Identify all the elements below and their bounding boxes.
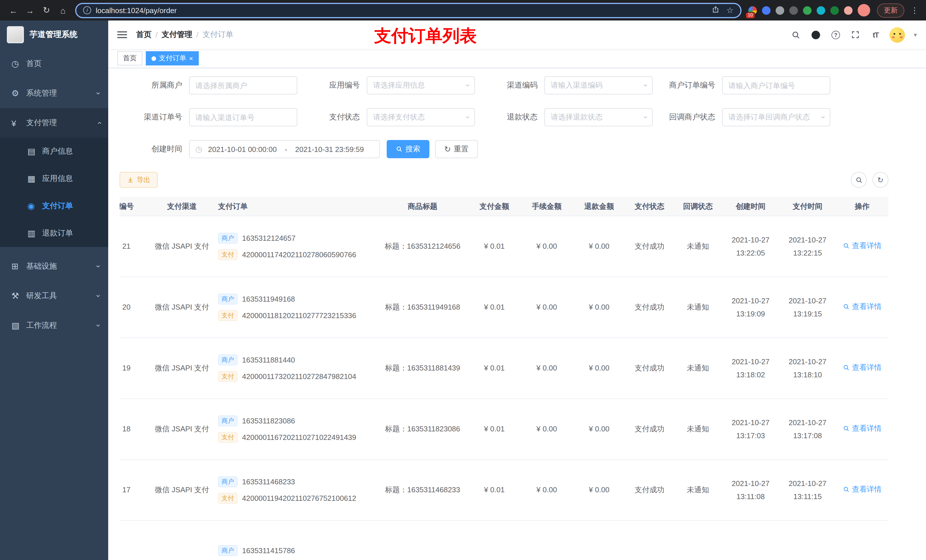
breadcrumb: 首页 / 支付管理 / 支付订单 [136, 30, 233, 40]
font-size-icon[interactable]: tT [870, 29, 881, 41]
breadcrumb-pay-manage[interactable]: 支付管理 [162, 30, 192, 40]
reset-button[interactable]: ↻重置 [435, 140, 478, 158]
close-icon[interactable]: × [189, 55, 193, 62]
filter-select[interactable]: 请选择退款状态 › [545, 108, 653, 126]
date-end: 2021-10-31 23:59:59 [295, 145, 364, 153]
cell-action: 查看详情 [836, 361, 888, 375]
extension-blue-icon[interactable] [762, 6, 770, 15]
user-avatar[interactable] [890, 27, 905, 42]
cell-pay-amount: ¥ 0.01 [468, 362, 520, 375]
navbar-actions: ? tT ▾ [790, 27, 917, 42]
filter-select[interactable]: 请选择应用信息 › [367, 76, 475, 95]
filter-select[interactable]: 请输入渠道编码 › [545, 76, 653, 95]
column-header-11: 支付时间 [779, 201, 836, 211]
site-info-icon[interactable]: i [83, 6, 91, 14]
search-button[interactable]: 搜索 [387, 140, 430, 158]
sidebar-item-system[interactable]: ⚙ 系统管理 › [0, 78, 108, 108]
cell-title: 标题：1635311823086 [377, 423, 468, 436]
extension-darkgreen-icon[interactable] [830, 6, 839, 15]
filter-row-3: 创建时间 ◷ 2021-10-01 00:00:00 - 2021-10-31 … [120, 140, 915, 158]
fullscreen-icon[interactable] [850, 29, 861, 41]
filter-input[interactable] [722, 76, 830, 95]
tab-pay-order[interactable]: 支付订单 × [146, 51, 199, 65]
cell-action: 查看详情 [836, 483, 888, 497]
refund-order-icon: ▥ [27, 228, 42, 238]
view-detail-link[interactable]: 查看详情 [843, 361, 882, 374]
bookmark-star-icon[interactable]: ☆ [726, 6, 734, 15]
toolbar-right: ↻ [851, 172, 888, 188]
logo-image [7, 26, 24, 43]
view-detail-link[interactable]: 查看详情 [843, 422, 882, 435]
view-detail-link[interactable]: 查看详情 [843, 239, 882, 253]
merchant-order-no: 1635311415786 [242, 546, 295, 555]
extension-green-icon[interactable] [803, 6, 811, 15]
view-detail-link[interactable]: 查看详情 [843, 300, 882, 314]
table-toolbar: 导出 ↻ [120, 172, 915, 188]
sidebar-item-app-info[interactable]: ▦ 应用信息 › [0, 165, 108, 192]
cell-pay-order: 商户1635312124657 支付4200001174202110278060… [215, 229, 377, 264]
toggle-search-button[interactable] [851, 172, 867, 188]
cell-create-time: 2021-10-27 13:22:05 [722, 233, 779, 260]
sidebar-item-pay[interactable]: ¥ 支付管理 › [0, 108, 108, 138]
table-body: 21 微信 JSAPI 支付 商户1635312124657 支付4200001… [120, 216, 888, 560]
chevron-icon: › [95, 294, 103, 297]
filter-input[interactable] [189, 76, 297, 95]
home-icon[interactable]: ⌂ [55, 3, 71, 18]
column-header-8: 支付状态 [625, 201, 674, 211]
channel-pay-no: 4200001194202110276752100612 [242, 494, 356, 502]
extension-pink-icon[interactable] [844, 6, 853, 15]
filter-select[interactable]: 请选择订单回调商户状态 › [722, 108, 830, 126]
sidebar-item-merchant-info[interactable]: ▤ 商户信息 › [0, 138, 108, 165]
sidebar-item-pay-order[interactable]: ◉ 支付订单 › [0, 192, 108, 220]
dashboard-icon: ◷ [11, 59, 26, 69]
table-header: 编号支付渠道支付订单商品标题支付金额手续金额退款金额支付状态回调状态创建时间支付… [120, 197, 888, 216]
date-range-input[interactable]: ◷ 2021-10-01 00:00:00 - 2021-10-31 23:59… [189, 140, 380, 158]
cell-pay-status: 支付成功 [625, 362, 674, 375]
tab-home[interactable]: 首页 × [117, 51, 142, 65]
chevron-down-icon: › [642, 84, 651, 86]
cell-create-time: 2021-10-27 13:11:08 [722, 477, 779, 503]
help-icon[interactable]: ? [830, 29, 841, 41]
app-logo[interactable]: 芋道管理系统 [0, 21, 108, 49]
extension-teal-icon[interactable] [817, 6, 825, 15]
cell-fee-amount: ¥ 0.00 [520, 301, 573, 314]
filter-select[interactable]: 请选择支付状态 › [367, 108, 475, 126]
browser-menu-icon[interactable]: ⋮ [909, 6, 920, 15]
breadcrumb-home[interactable]: 首页 [136, 30, 151, 40]
cell-pay-amount: ¥ 0.01 [468, 301, 520, 314]
profile-avatar[interactable] [858, 4, 870, 17]
share-icon[interactable] [712, 5, 720, 15]
chrome-update-button[interactable]: 更新 [877, 3, 904, 17]
hamburger-icon[interactable] [117, 34, 127, 35]
github-icon[interactable] [810, 29, 822, 41]
sidebar-item-dev-tools[interactable]: ⚒ 研发工具 › [0, 281, 108, 311]
filter-merchant-order-no: 商户订单编号 请输入商户订单编号 › [653, 76, 830, 95]
sidebar-item-label: 研发工具 [26, 291, 98, 301]
view-detail-link[interactable]: 查看详情 [843, 483, 882, 496]
pay-tag: 支付 [218, 371, 238, 382]
sidebar-item-infrastructure[interactable]: ⊞ 基础设施 › [0, 252, 108, 281]
sidebar-item-refund-order[interactable]: ▥ 退款订单 › [0, 220, 108, 247]
export-button[interactable]: 导出 [120, 172, 158, 188]
filter-label: 支付状态 [297, 112, 367, 122]
cell-fee-amount: ¥ 0.00 [520, 423, 573, 436]
extension-gray-icon[interactable] [776, 6, 784, 15]
filter-input[interactable] [189, 108, 297, 126]
cell-notify-status: 未通知 [674, 301, 722, 314]
extension-darkgray-icon[interactable] [789, 6, 798, 15]
cell-pay-channel: 微信 JSAPI 支付 [149, 423, 215, 436]
sidebar-item-label: 基础设施 [26, 261, 98, 272]
refresh-table-button[interactable]: ↻ [873, 172, 888, 188]
chevron-down-icon: › [819, 116, 828, 118]
url-text: localhost:1024/pay/order [96, 6, 177, 15]
reload-icon[interactable]: ↻ [39, 3, 54, 18]
sidebar-item-workflow[interactable]: ▧ 工作流程 › [0, 311, 108, 340]
back-icon[interactable]: ← [6, 3, 21, 18]
cell-fee-amount: ¥ 0.00 [520, 240, 573, 253]
chevron-down-icon: › [464, 84, 473, 86]
search-icon[interactable] [790, 29, 802, 41]
sidebar-item-home[interactable]: ◷ 首页 › [0, 49, 108, 78]
cell-pay-order: 商户1635311468233 支付4200001194202110276752… [215, 472, 377, 508]
address-bar[interactable]: i localhost:1024/pay/order ☆ [75, 3, 741, 18]
forward-icon[interactable]: → [22, 3, 38, 18]
